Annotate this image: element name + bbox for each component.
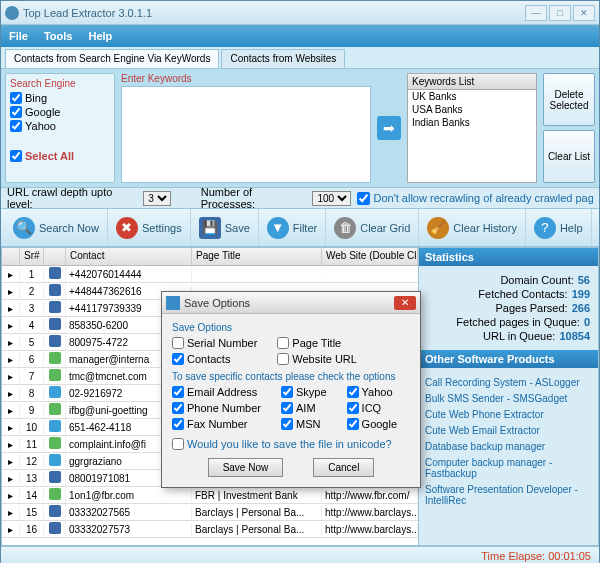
clear-history-button[interactable]: 🧹Clear History [419,209,526,246]
processes-select[interactable]: 100 [312,191,351,206]
statusbar: Time Elapse: 00:01:05 [1,546,599,563]
save-options-header: Save Options [172,322,410,333]
chk-msn[interactable]: MSN [281,418,327,430]
list-item[interactable]: UK Banks [408,90,536,103]
settings-icon: ✖ [116,217,138,239]
product-link[interactable]: Cute Web Email Extractor [425,425,592,436]
chk-skype[interactable]: Skype [281,386,327,398]
dialog-body: Save Options Serial Number Contacts Page… [162,314,420,487]
processes-label: Number of Processes: [201,186,307,210]
keyword-buttons: Delete Selected Clear List [543,73,595,183]
tabs: Contacts from Search Engine Via KeyWords… [1,47,599,69]
tab-search-engine[interactable]: Contacts from Search Engine Via KeyWords [5,49,219,68]
keywords-list-panel: Keywords List UK Banks USA Banks Indian … [407,73,537,183]
col-site[interactable]: Web Site (Double Click) [322,248,418,265]
save-options-dialog: Save Options ✕ Save Options Serial Numbe… [161,291,421,488]
save-icon: 💾 [199,217,221,239]
product-link[interactable]: Computer backup manager - Fastbackup [425,457,592,479]
products-header: Other Software Products [419,350,598,368]
clear-grid-button[interactable]: 🗑Clear Grid [326,209,419,246]
chk-phone[interactable]: Phone Number [172,402,261,414]
col-sr[interactable]: Sr# [20,248,44,265]
chk-websiteurl[interactable]: Website URL [277,353,357,365]
filter-button[interactable]: ▼Filter [259,209,326,246]
search-engine-panel: Search Engine Bing Google Yahoo Select A… [5,73,115,183]
help-button[interactable]: ?Help [526,209,592,246]
titlebar: Top Lead Extractor 3.0.1.1 — □ ✕ [1,1,599,25]
dialog-titlebar: Save Options ✕ [162,292,420,314]
search-now-button[interactable]: 🔍Search Now [5,209,108,246]
help-icon: ? [534,217,556,239]
table-row[interactable]: ▸141on1@fbr.comFBR | Investment Bankhttp… [2,487,418,504]
dialog-close-button[interactable]: ✕ [394,296,416,310]
chk-google[interactable]: Google [347,418,397,430]
recrawl-checkbox[interactable]: Don't allow recrawling of already crawle… [357,192,593,205]
select-all[interactable]: Select All [10,150,110,162]
engine-yahoo[interactable]: Yahoo [10,120,110,132]
crawl-depth-select[interactable]: 3 [143,191,171,206]
chk-unicode[interactable]: Would you like to save the file in unico… [172,438,410,450]
toolbar: 🔍Search Now ✖Settings 💾Save ▼Filter 🗑Cle… [1,209,599,247]
chk-serial[interactable]: Serial Number [172,337,257,349]
app-window: Top Lead Extractor 3.0.1.1 — □ ✕ File To… [0,0,600,563]
broom-icon: 🧹 [427,217,449,239]
close-button[interactable]: ✕ [573,5,595,21]
table-row[interactable]: ▸1+442076014444 [2,266,418,283]
settings-button[interactable]: ✖Settings [108,209,191,246]
keywords-header: Enter Keywords [121,73,371,84]
keywords-list-header: Keywords List [407,73,537,90]
menu-help[interactable]: Help [88,30,112,42]
keywords-panel: Enter Keywords [121,73,371,183]
product-link[interactable]: Call Recording System - ASLogger [425,377,592,388]
app-title: Top Lead Extractor 3.0.1.1 [23,7,152,19]
menubar: File Tools Help [1,25,599,47]
delete-selected-button[interactable]: Delete Selected [543,73,595,126]
minimize-button[interactable]: — [525,5,547,21]
clear-list-button[interactable]: Clear List [543,130,595,183]
chk-pagetitle[interactable]: Page Title [277,337,357,349]
table-row[interactable]: ▸1603332027573Barclays | Personal Ba...h… [2,521,418,538]
product-link[interactable]: Database backup manager [425,441,592,452]
time-elapse: Time Elapse: 00:01:05 [481,550,591,562]
save-button[interactable]: 💾Save [191,209,259,246]
product-link[interactable]: Bulk SMS Sender - SMSGadget [425,393,592,404]
filter-icon: ▼ [267,217,289,239]
menu-tools[interactable]: Tools [44,30,73,42]
engine-google[interactable]: Google [10,106,110,118]
search-engine-header: Search Engine [10,78,110,89]
chk-contacts[interactable]: Contacts [172,353,257,365]
save-icon [166,296,180,310]
col-page[interactable]: Page Title [192,248,322,265]
engine-bing[interactable]: Bing [10,92,110,104]
chk-aim[interactable]: AIM [281,402,327,414]
keywords-list[interactable]: UK Banks USA Banks Indian Banks [407,90,537,183]
save-now-button[interactable]: Save Now [208,458,284,477]
tab-websites[interactable]: Contacts from Websites [221,49,345,68]
right-panel: Statistics Domain Count:56 Fetched Conta… [419,247,599,546]
list-item[interactable]: USA Banks [408,103,536,116]
crawl-depth-label: URL crawl depth upto level: [7,186,137,210]
stats-body: Domain Count:56 Fetched Contacts:199 Pag… [419,266,598,350]
table-row[interactable]: ▸1503332027565Barclays | Personal Ba...h… [2,504,418,521]
cancel-button[interactable]: Cancel [313,458,374,477]
keywords-input[interactable] [121,86,371,183]
chk-yahoo[interactable]: Yahoo [347,386,397,398]
dialog-title: Save Options [184,297,250,309]
menu-file[interactable]: File [9,30,28,42]
chk-email[interactable]: Email Address [172,386,261,398]
specific-contacts-header: To save specific contacts please check t… [172,371,410,382]
crawl-row: URL crawl depth upto level: 3 Number of … [1,187,599,209]
chk-fax[interactable]: Fax Number [172,418,261,430]
col-contact[interactable]: Contact [66,248,192,265]
products-list: Call Recording System - ASLoggerBulk SMS… [419,368,598,515]
trash-icon: 🗑 [334,217,356,239]
add-keyword-button[interactable]: ➡ [377,116,401,140]
chk-icq[interactable]: ICQ [347,402,397,414]
app-icon [5,6,19,20]
maximize-button[interactable]: □ [549,5,571,21]
product-link[interactable]: Software Presentation Developer - Intell… [425,484,592,506]
list-item[interactable]: Indian Banks [408,116,536,129]
search-row: Search Engine Bing Google Yahoo Select A… [1,69,599,187]
product-link[interactable]: Cute Web Phone Extractor [425,409,592,420]
grid-header: Sr# Contact Page Title Web Site (Double … [2,248,418,266]
